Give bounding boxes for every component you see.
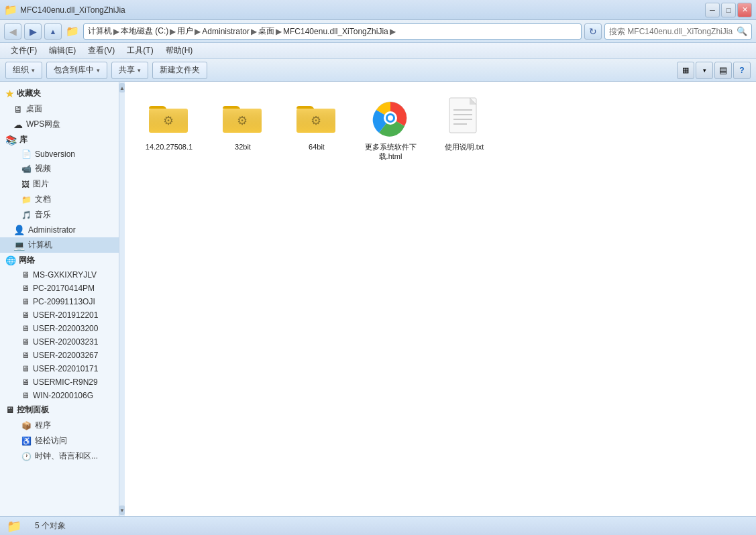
search-box[interactable]: 🔍 <box>604 23 752 40</box>
network-item-6: USER-202003267 <box>33 351 98 360</box>
sidebar-scrollbar[interactable]: ▲ ▼ <box>119 82 125 516</box>
menu-edit[interactable]: 编辑(E) <box>44 44 81 58</box>
network-pc-icon-1: 🖥 <box>21 284 30 293</box>
admin-label: Administrator <box>28 225 76 235</box>
sidebar-item-network-2[interactable]: 🖥 PC-20991113OJI <box>0 295 119 308</box>
wps-label: WPS网盘 <box>26 119 60 130</box>
sidebar-item-docs[interactable]: 📁 文档 <box>0 192 119 207</box>
search-input[interactable] <box>609 27 734 36</box>
menu-help[interactable]: 帮助(H) <box>160 44 199 58</box>
network-item-3: USER-201912201 <box>33 310 98 320</box>
sidebar-item-network-8[interactable]: 🖥 USERMIC-R9N29 <box>0 375 119 389</box>
network-pc-icon-5: 🖥 <box>21 337 30 347</box>
sidebar-item-wps[interactable]: ☁ WPS网盘 <box>0 117 119 132</box>
file-item-3[interactable]: 更多系统软件下载.html <box>357 93 424 166</box>
network-item-1: PC-20170414PM <box>33 284 95 293</box>
sidebar-item-programs[interactable]: 📦 程序 <box>0 418 119 433</box>
computer-icon: 💻 <box>13 240 25 251</box>
help-button[interactable]: ? <box>733 62 751 79</box>
sidebar-library-header[interactable]: 📚 库 <box>0 132 119 147</box>
view-details-button[interactable]: ▤ <box>714 62 732 79</box>
back-button[interactable]: ◀ <box>4 23 21 40</box>
minimize-button[interactable]: ─ <box>705 3 720 17</box>
search-icon: 🔍 <box>737 26 747 36</box>
file-icon-0: ⚙ <box>148 97 191 139</box>
sidebar-control-panel-header[interactable]: 🖥 控制面板 <box>0 402 119 418</box>
images-label: 图片 <box>33 178 49 190</box>
network-item-5: USER-202003231 <box>33 337 98 347</box>
sidebar-item-videos[interactable]: 📹 视频 <box>0 161 119 176</box>
library-label: 库 <box>19 134 28 145</box>
address-path[interactable]: 计算机 ▶ 本地磁盘 (C:) ▶ 用户 ▶ Administrator ▶ 桌… <box>83 23 582 40</box>
desktop-label: 桌面 <box>26 103 42 115</box>
menu-view[interactable]: 查看(V) <box>83 44 120 58</box>
statusbar-count: 5 个对象 <box>35 520 66 532</box>
file-name-2: 64bit <box>309 142 325 152</box>
network-pc-icon-9: 🖥 <box>21 391 30 400</box>
file-item-4[interactable]: 使用说明.txt <box>431 93 498 166</box>
new-folder-label: 新建文件夹 <box>160 64 200 76</box>
sidebar-item-images[interactable]: 🖼 图片 <box>0 176 119 192</box>
network-label: 网络 <box>19 255 35 266</box>
statusbar-folder-icon: 📁 <box>7 519 21 534</box>
sidebar-item-clock[interactable]: 🕐 时钟、语言和区... <box>0 449 119 464</box>
maximize-button[interactable]: □ <box>721 3 736 17</box>
sidebar-favorites-header[interactable]: ★ 收藏夹 <box>0 86 119 101</box>
sidebar-network-header[interactable]: 🌐 网络 <box>0 253 119 268</box>
menu-file[interactable]: 文件(F) <box>5 44 42 58</box>
share-arrow: ▾ <box>138 67 141 74</box>
network-item-4: USER-202003200 <box>33 324 98 333</box>
clock-label: 时钟、语言和区... <box>35 451 98 462</box>
favorites-label: 收藏夹 <box>17 88 41 99</box>
sidebar-item-easy-access[interactable]: ♿ 轻松访问 <box>0 433 119 449</box>
network-item-8: USERMIC-R9N29 <box>33 377 98 387</box>
file-item-0[interactable]: ⚙ 14.20.27508.1 <box>136 93 203 166</box>
path-sep-2: ▶ <box>195 27 201 36</box>
sidebar-item-desktop[interactable]: 🖥 桌面 <box>0 101 119 117</box>
sidebar-item-music[interactable]: 🎵 音乐 <box>0 207 119 223</box>
sidebar-item-network-4[interactable]: 🖥 USER-202003200 <box>0 322 119 335</box>
easy-access-label: 轻松访问 <box>35 435 67 447</box>
file-item-1[interactable]: ⚙ 32bit <box>209 93 276 166</box>
scroll-up-arrow[interactable]: ▲ <box>119 83 125 93</box>
sidebar-item-admin[interactable]: 👤 Administrator <box>0 223 119 237</box>
path-part-3: Administrator <box>202 27 250 36</box>
sidebar-item-network-0[interactable]: 🖥 MS-GXKIXRYJLV <box>0 268 119 282</box>
docs-icon: 📁 <box>21 195 32 204</box>
sidebar-item-network-1[interactable]: 🖥 PC-20170414PM <box>0 282 119 295</box>
new-folder-button[interactable]: 新建文件夹 <box>152 62 207 79</box>
path-part-5: MFC140enu.dll_XiTongZhiJia <box>283 27 388 36</box>
titlebar-folder-icon: 📁 <box>4 3 17 16</box>
menu-tools[interactable]: 工具(T) <box>121 44 158 58</box>
sidebar-item-computer[interactable]: 💻 计算机 <box>0 237 119 253</box>
network-pc-icon-7: 🖥 <box>21 364 30 373</box>
close-button[interactable]: ✕ <box>737 3 752 17</box>
network-pc-icon-0: 🖥 <box>21 270 30 280</box>
sidebar-item-network-9[interactable]: 🖥 WIN-20200106G <box>0 389 119 402</box>
include-label: 包含到库中 <box>54 64 94 76</box>
computer-label: 计算机 <box>28 239 52 251</box>
network-pc-icon-6: 🖥 <box>21 351 30 360</box>
organize-button[interactable]: 组织 ▾ <box>5 62 42 79</box>
sidebar: ★ 收藏夹 🖥 桌面 ☁ WPS网盘 📚 库 📄 Subversion 📹 视频… <box>0 82 119 516</box>
statusbar: 📁 5 个对象 <box>0 516 756 535</box>
html-file-svg <box>372 97 409 139</box>
sidebar-item-network-6[interactable]: 🖥 USER-202003267 <box>0 349 119 362</box>
titlebar-title: MFC140enu.dll_XiTongZhiJia <box>20 5 125 15</box>
view-dropdown-button[interactable]: ▾ <box>696 62 713 79</box>
subversion-icon: 📄 <box>21 150 32 159</box>
sidebar-item-network-3[interactable]: 🖥 USER-201912201 <box>0 308 119 322</box>
file-item-2[interactable]: ⚙ 64bit <box>283 93 350 166</box>
sidebar-item-network-7[interactable]: 🖥 USER-202010171 <box>0 362 119 375</box>
sidebar-item-subversion[interactable]: 📄 Subversion <box>0 147 119 161</box>
view-icon-button[interactable]: ▦ <box>677 62 694 79</box>
sidebar-item-network-5[interactable]: 🖥 USER-202003231 <box>0 335 119 349</box>
include-library-button[interactable]: 包含到库中 ▾ <box>46 62 107 79</box>
refresh-button[interactable]: ↻ <box>584 23 602 40</box>
forward-button[interactable]: ▶ <box>24 23 42 40</box>
share-button[interactable]: 共享 ▾ <box>111 62 148 79</box>
scroll-down-arrow[interactable]: ▼ <box>119 506 125 515</box>
path-sep-0: ▶ <box>113 27 119 36</box>
up-button[interactable]: ▲ <box>44 23 62 40</box>
file-icon-3 <box>369 97 412 139</box>
